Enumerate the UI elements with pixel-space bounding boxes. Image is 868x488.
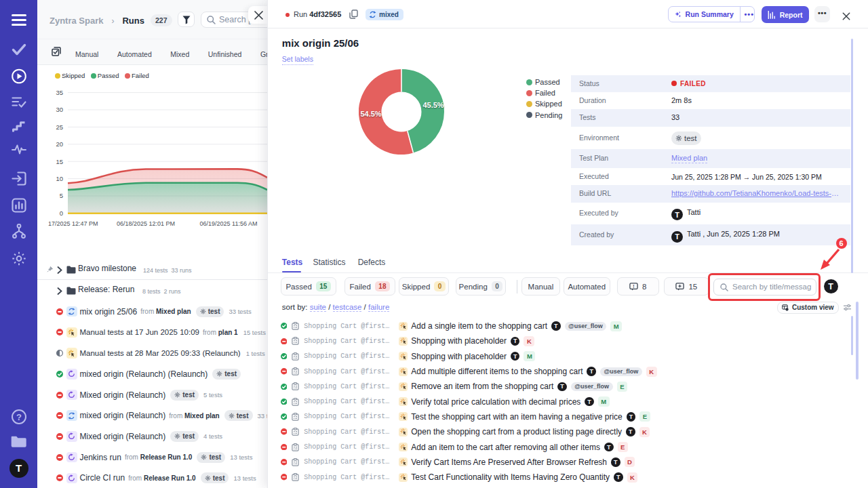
svg-text:0: 0 xyxy=(60,209,63,217)
svg-text:20: 20 xyxy=(56,140,63,148)
svg-text:30: 30 xyxy=(56,106,63,113)
svg-text:17/2025 12:47 PM: 17/2025 12:47 PM xyxy=(48,220,98,227)
svg-text:?: ? xyxy=(16,412,22,422)
svg-text:10: 10 xyxy=(56,175,63,182)
svg-text:06/19/2025 11:56 AM: 06/19/2025 11:56 AM xyxy=(200,220,258,227)
svg-text:5: 5 xyxy=(60,192,63,199)
svg-text:!: ! xyxy=(633,283,634,288)
svg-text:35: 35 xyxy=(56,89,63,96)
svg-text:15: 15 xyxy=(56,158,63,165)
svg-text:06/18/2025 12:01 PM: 06/18/2025 12:01 PM xyxy=(117,220,175,227)
svg-text:25: 25 xyxy=(56,123,63,131)
